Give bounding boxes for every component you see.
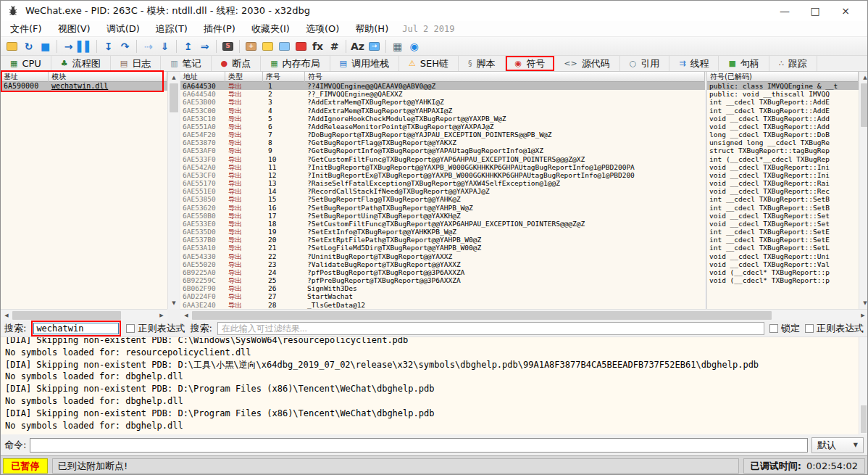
- scroll-thumb[interactable]: [170, 83, 178, 112]
- scroll-thumb[interactable]: [192, 311, 772, 320]
- symbol-row[interactable]: 6A644530导出1??4IMVQQEngine@@QAEAAV0@ABV0@…: [180, 82, 705, 90]
- symbol-row[interactable]: 6AE53870导出8?GetBugReportFlag@TXBugReport…: [180, 139, 705, 146]
- modules-vscrollbar[interactable]: ▲ ▼: [167, 72, 179, 309]
- attach-button[interactable]: ⇒: [196, 38, 213, 54]
- maximize-button[interactable]: □: [800, 1, 830, 20]
- decoded-symbol-row[interactable]: public: class IMVQQEngine & __t: [707, 82, 859, 90]
- minimize-button[interactable]: —: [769, 1, 800, 20]
- decoded-symbol-row[interactable]: void __cdecl TXBugReport::Ini: [707, 171, 859, 179]
- hash-button[interactable]: #: [326, 38, 343, 54]
- symbol-row[interactable]: 6AD224F0导出27StartWachat: [180, 292, 705, 300]
- symbol-row[interactable]: 6AE53A10导出21?SetLogFileMd5Dir@TXBugRepor…: [180, 244, 705, 252]
- step-into-button[interactable]: ↧: [100, 38, 117, 54]
- decoded-symbol-row[interactable]: void __cdecl TXBugReport::Set: [707, 212, 859, 220]
- symbol-row[interactable]: 6AE537B0导出20?SetExtRptFilePath@TXBugRepo…: [180, 236, 705, 244]
- decoded-symbol-row[interactable]: void __cdecl TXBugReport::Rai: [707, 179, 859, 187]
- close-button[interactable]: ×: [830, 1, 861, 20]
- tab-内存布局[interactable]: ▦内存布局: [261, 56, 330, 71]
- decoded-symbol-row[interactable]: void (__cdecl* TXBugReport::p: [707, 268, 859, 276]
- bookmark-button[interactable]: [293, 38, 309, 54]
- tab-流程图[interactable]: ♣流程图: [51, 56, 111, 71]
- decoded-symbol-row[interactable]: int __cdecl TXBugReport::SetB: [707, 195, 859, 203]
- symbols-hscrollbar[interactable]: ◀ ▶: [180, 309, 868, 321]
- stop-button[interactable]: ■: [37, 38, 54, 54]
- decoded-symbol-row[interactable]: int __cdecl TXBugReport::SetB: [707, 204, 859, 212]
- decoded-symbol-row[interactable]: int (__cdecl*__cdecl TXBugRep: [707, 155, 859, 163]
- symbol-row[interactable]: 6AE551A0导出6?AddReleaseMonitorPoint@TXBug…: [180, 123, 705, 131]
- symbol-row[interactable]: 6AE53CF0导出12?InitBugReportEx@TXBugReport…: [180, 171, 705, 179]
- scroll-down-icon[interactable]: ▼: [859, 297, 868, 309]
- symbol-row[interactable]: 6AE535D0导出19?SetExtInfo@TXBugReport@@YAH…: [180, 228, 705, 236]
- symbol-row[interactable]: 6AE53C00导出4?AddExtraMem@TXBugReport@@YAH…: [180, 107, 705, 115]
- symbol-row[interactable]: 6B062F90导出26SignWith3Des: [180, 284, 705, 292]
- patch-button[interactable]: +: [243, 38, 259, 54]
- menu-item-5[interactable]: 收藏夹(I): [243, 22, 298, 36]
- step-into-source-button[interactable]: ⇓: [157, 38, 173, 54]
- symbol-row[interactable]: 6AE533F0导出10?GetCustomFiltFunc@TXBugRepo…: [180, 155, 705, 163]
- step-over-button[interactable]: ↷: [117, 38, 133, 54]
- decoded-symbol-row[interactable]: int __cdecl TXBugReport::AddE: [707, 98, 859, 106]
- column-header-address[interactable]: 地址: [180, 72, 225, 82]
- symbol-row[interactable]: 6AA3E240导出28_TlsGetData@12: [180, 301, 705, 309]
- decoded-symbol-row[interactable]: void __cdecl TXBugReport::Rec: [707, 187, 859, 195]
- menu-item-7[interactable]: 帮助(H): [347, 22, 396, 36]
- column-header-base[interactable]: 基址: [1, 72, 49, 82]
- menu-item-6[interactable]: 选项(O): [298, 22, 347, 36]
- scroll-up-icon[interactable]: ▲: [168, 72, 180, 83]
- tab-跟踪[interactable]: ∴跟踪: [769, 56, 817, 71]
- regex2-checkbox[interactable]: [805, 324, 814, 333]
- decoded-symbol-row[interactable]: void __cdecl TXBugReport::Val: [707, 260, 859, 268]
- menu-item-1[interactable]: 视图(V): [50, 22, 99, 36]
- symbol-row[interactable]: 6AE53620导出16?SetBugReportPath@TXBugRepor…: [180, 204, 705, 212]
- symbol-row[interactable]: 6AE55170导出13?RaiseSelfFatalException@TXB…: [180, 179, 705, 187]
- decoded-symbol-row[interactable]: void __cdecl TXBugReport::Add: [707, 115, 859, 123]
- tab-断点[interactable]: ●断点: [212, 56, 262, 71]
- decoded-symbol-row[interactable]: long __cdecl TXBugReport::DoB: [707, 131, 859, 139]
- symbol-row[interactable]: 6AE550B0导出17?SetBugReportUin@TXBugReport…: [180, 212, 705, 220]
- decoded-symbol-row[interactable]: void __cdecl TXBugReport::Add: [707, 123, 859, 131]
- menu-item-4[interactable]: 插件(P): [196, 22, 243, 36]
- menu-item-0[interactable]: 文件(F): [2, 22, 50, 36]
- tab-符号[interactable]: ◉符号: [506, 56, 555, 71]
- symbol-row[interactable]: 6AE53C10导出5?AddIgnoreHookCheckModule@TXB…: [180, 115, 705, 123]
- log-vscrollbar[interactable]: [859, 337, 867, 434]
- tab-源代码[interactable]: <>源代码: [554, 56, 619, 71]
- command-input[interactable]: [30, 438, 808, 453]
- tab-线程[interactable]: ⇉线程: [669, 56, 719, 71]
- modules-hscrollbar[interactable]: ◀ ▶: [1, 309, 167, 321]
- tab-笔记[interactable]: ▥笔记: [161, 56, 211, 71]
- decoded-symbol-row[interactable]: int __cdecl TXBugReport::SetE: [707, 236, 859, 244]
- regex-checkbox[interactable]: [126, 324, 135, 333]
- scroll-thumb[interactable]: [861, 83, 868, 127]
- symbol-row[interactable]: 6AE55020导出23?ValidateBugReport@TXBugRepo…: [180, 260, 705, 268]
- decoded-symbol-row[interactable]: struct TXBugReport::tagBugRep: [707, 146, 859, 154]
- decoded-symbol-row[interactable]: int __cdecl TXBugReport::AddE: [707, 107, 859, 115]
- symbol-row[interactable]: 6A644540导出2??_FIMVQQEngine@@QAEXXZ: [180, 90, 705, 98]
- symbol-row[interactable]: 6AE54F20导出7?DoBugReport@TXBugReport@@YAJ…: [180, 131, 705, 139]
- module-filter-input[interactable]: [33, 323, 119, 334]
- symbol-row[interactable]: 6AE53850导出15?SetBugReportFlag@TXBugRepor…: [180, 195, 705, 203]
- open-file-button[interactable]: [4, 38, 20, 54]
- decoded-symbol-row[interactable]: int __cdecl TXBugReport::SetL: [707, 244, 859, 252]
- comment-button[interactable]: [259, 38, 276, 54]
- tab-SEH链[interactable]: ⚠SEH链: [399, 56, 459, 71]
- symbol-row[interactable]: 6AE542A0导出11?InitBugReport@TXBugReport@@…: [180, 163, 705, 171]
- scroll-left-icon[interactable]: ◀: [180, 310, 192, 321]
- scroll-down-icon[interactable]: ▼: [168, 297, 180, 309]
- symbols-vscrollbar[interactable]: ▲ ▼: [859, 72, 868, 309]
- run-button[interactable]: →: [60, 38, 77, 54]
- calculator-button[interactable]: ▦: [389, 38, 406, 54]
- globe-button[interactable]: ◉: [406, 38, 422, 54]
- scroll-thumb[interactable]: [12, 311, 121, 320]
- tab-CPU[interactable]: ▦CPU: [1, 56, 51, 71]
- decoded-symbol-row[interactable]: public: void __thiscall IMVQQ: [707, 90, 859, 98]
- symbol-row[interactable]: 6B9225A0导出24?pfPostBugReport@TXBugReport…: [180, 268, 705, 276]
- menu-item-3[interactable]: 追踪(T): [148, 22, 196, 36]
- profile-dropdown[interactable]: 默认 ▼: [811, 437, 864, 453]
- column-header-type[interactable]: 类型: [225, 72, 263, 82]
- label-button[interactable]: [276, 38, 293, 54]
- symbol-filter-input[interactable]: [217, 322, 764, 335]
- symbol-row[interactable]: 6AE53AF0导出9?GetBugReportInfo@TXBugReport…: [180, 146, 705, 154]
- symbol-row[interactable]: 6B92259C导出25?pfPreBugReport@TXBugReport@…: [180, 276, 705, 284]
- pause-button[interactable]: ▌▌: [77, 38, 93, 54]
